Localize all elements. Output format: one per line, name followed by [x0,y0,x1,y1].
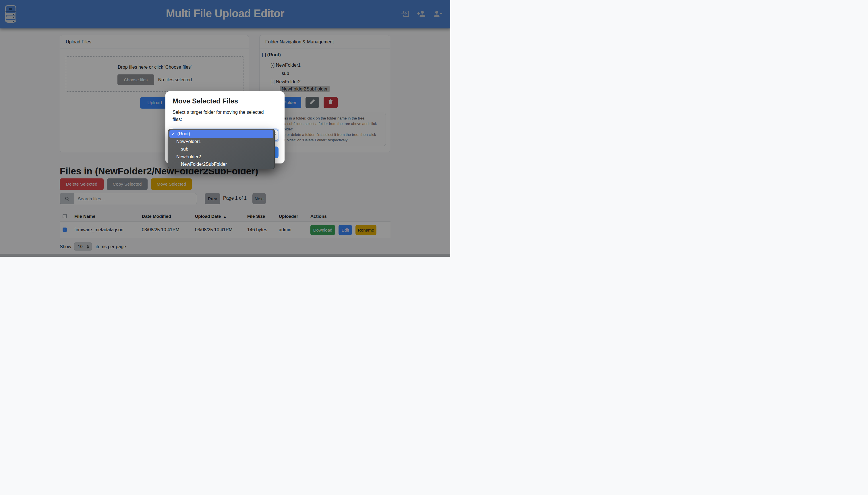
checkmark-icon: ✓ [172,130,175,138]
folder-dropdown-popup: ✓ (Root) NewFolder1 sub NewFolder2 NewFo… [168,129,275,169]
dropdown-option-newfolder1[interactable]: NewFolder1 [168,138,274,146]
dropdown-option-newfolder2subfolder[interactable]: NewFolder2SubFolder [168,160,274,168]
modal-description: Select a target folder for moving the se… [173,108,273,123]
modal-title: Move Selected Files [173,97,238,105]
dropdown-option-newfolder2[interactable]: NewFolder2 [168,153,274,161]
dropdown-option-sub[interactable]: sub [168,146,274,153]
dropdown-option-root[interactable]: ✓ (Root) [170,130,273,138]
